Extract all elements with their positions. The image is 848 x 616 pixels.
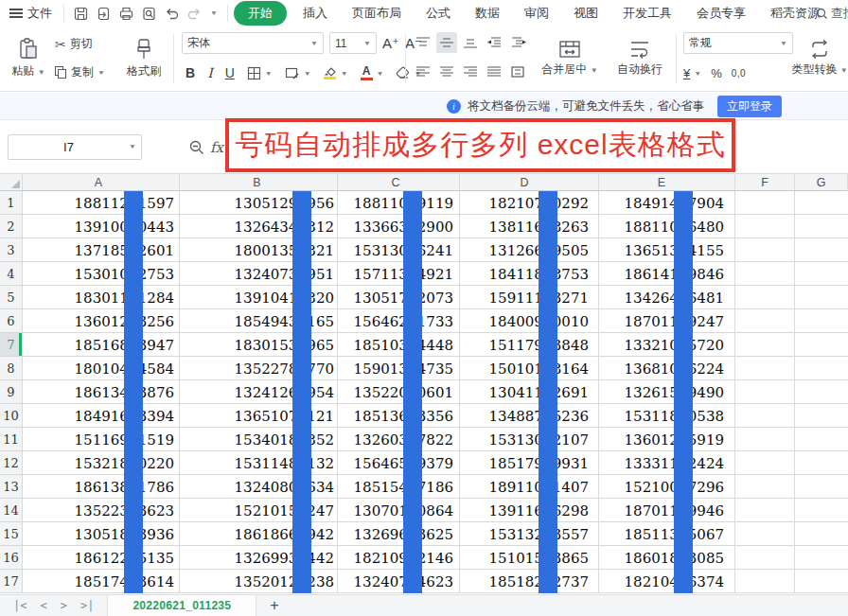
merge-center-button[interactable]: 合并居中 ▼ — [538, 32, 602, 85]
next-sheet-icon[interactable]: > — [61, 599, 67, 612]
percent-format-button[interactable]: % — [711, 66, 722, 80]
cell-D10[interactable]: 1348875236 — [460, 404, 599, 428]
row-header-6[interactable]: 6 — [0, 309, 23, 333]
cell-D14[interactable]: 1391166298 — [460, 499, 599, 522]
cell-B10[interactable]: 1365107121 — [180, 404, 338, 428]
cell-style-button[interactable]: ▼ — [285, 66, 311, 80]
row-header-16[interactable]: 16 — [0, 546, 23, 570]
cell-D11[interactable]: 1531302107 — [460, 428, 599, 451]
cell-C4[interactable]: 1571134921 — [338, 262, 460, 286]
cell-F9[interactable] — [735, 380, 795, 404]
cell-C8[interactable]: 1590134735 — [338, 357, 460, 380]
cell-E9[interactable]: 1326159490 — [599, 380, 735, 404]
cell-F12[interactable] — [735, 451, 795, 475]
cell-F4[interactable] — [735, 262, 795, 286]
cell-E7[interactable]: 1332105720 — [599, 333, 735, 357]
fill-color-button[interactable]: ▼ — [324, 66, 348, 79]
cell-E11[interactable]: 1360125919 — [599, 428, 735, 451]
cell-B15[interactable]: 1861866942 — [180, 522, 338, 546]
row-header-15[interactable]: 15 — [0, 522, 23, 546]
row-header-14[interactable]: 14 — [0, 499, 23, 522]
cell-A16[interactable]: 1861225135 — [23, 546, 180, 570]
cell-E14[interactable]: 1870119946 — [599, 499, 735, 522]
zoom-out-icon[interactable] — [189, 140, 204, 159]
column-header-E[interactable]: E — [599, 174, 735, 191]
cell-D7[interactable]: 1511793848 — [460, 333, 599, 357]
row-header-11[interactable]: 11 — [0, 428, 23, 451]
cell-B7[interactable]: 1830153965 — [180, 333, 338, 357]
cell-G9[interactable] — [795, 380, 848, 404]
cell-A9[interactable]: 1861343876 — [23, 380, 180, 404]
cell-C15[interactable]: 1326963625 — [338, 522, 460, 546]
cell-G1[interactable] — [795, 191, 848, 215]
currency-format-button[interactable]: ¥▼ — [683, 66, 701, 80]
cell-A10[interactable]: 1849163394 — [23, 404, 180, 428]
cell-D12[interactable]: 1851799931 — [460, 451, 599, 475]
cell-E4[interactable]: 1861419846 — [599, 262, 735, 286]
copy-button[interactable]: 复制 ▼ — [55, 64, 105, 80]
tab-view[interactable]: 视图 — [561, 2, 610, 25]
cell-E5[interactable]: 1342646481 — [599, 286, 735, 309]
borders-button[interactable]: ▼ — [247, 66, 273, 80]
quick-toolbar-dropdown-icon[interactable]: ▼ — [210, 9, 218, 16]
cell-G13[interactable] — [795, 475, 848, 499]
cell-B5[interactable]: 1391041820 — [180, 286, 338, 309]
cell-B2[interactable]: 1326434812 — [180, 215, 338, 238]
cell-C1[interactable]: 1881109119 — [338, 191, 460, 215]
distribute-icon[interactable] — [507, 62, 528, 82]
cell-G2[interactable] — [795, 215, 848, 238]
cell-D9[interactable]: 1304112691 — [460, 380, 599, 404]
cell-D4[interactable]: 1841188753 — [460, 262, 599, 286]
align-right-icon[interactable] — [460, 62, 481, 82]
add-sheet-button[interactable]: + — [256, 597, 292, 614]
cell-E1[interactable]: 1849147904 — [599, 191, 735, 215]
format-painter-button[interactable]: 格式刷 — [121, 32, 167, 85]
cell-C10[interactable]: 1851363356 — [338, 404, 460, 428]
cell-B12[interactable]: 1531148132 — [180, 451, 338, 475]
cell-F15[interactable] — [735, 522, 795, 546]
cell-F5[interactable] — [735, 286, 795, 309]
cell-E16[interactable]: 1860183085 — [599, 546, 735, 570]
italic-button[interactable]: I — [207, 65, 213, 80]
cell-A4[interactable]: 1530102753 — [23, 262, 180, 286]
cell-E15[interactable]: 1851135067 — [599, 522, 735, 546]
row-header-2[interactable]: 2 — [0, 215, 23, 238]
cell-A3[interactable]: 1371852601 — [23, 238, 180, 262]
tab-review[interactable]: 审阅 — [512, 2, 561, 25]
redo-icon[interactable] — [187, 8, 202, 20]
cell-C16[interactable]: 1821092146 — [338, 546, 460, 570]
cell-D3[interactable]: 1312669505 — [460, 238, 599, 262]
cell-G6[interactable] — [795, 309, 848, 333]
cell-C11[interactable]: 1326037822 — [338, 428, 460, 451]
tab-formulas[interactable]: 公式 — [414, 2, 463, 25]
row-header-8[interactable]: 8 — [0, 357, 23, 380]
comma-format-button[interactable]: 0,0 — [732, 68, 746, 79]
column-header-G[interactable]: G — [795, 174, 848, 191]
cell-E10[interactable]: 1531180538 — [599, 404, 735, 428]
cell-E3[interactable]: 1365134155 — [599, 238, 735, 262]
cell-D13[interactable]: 1891101407 — [460, 475, 599, 499]
cell-G3[interactable] — [795, 238, 848, 262]
cell-C9[interactable]: 1352200601 — [338, 380, 460, 404]
cell-G14[interactable] — [795, 499, 848, 522]
cell-B13[interactable]: 1324080634 — [180, 475, 338, 499]
fx-icon[interactable]: fx — [210, 139, 223, 156]
cell-D2[interactable]: 1381168263 — [460, 215, 599, 238]
cell-A12[interactable]: 1532180220 — [23, 451, 180, 475]
cell-C13[interactable]: 1851547186 — [338, 475, 460, 499]
font-name-select[interactable]: 宋体▼ — [182, 32, 324, 54]
name-box[interactable]: I7 ▼ — [8, 134, 142, 160]
tab-membership[interactable]: 会员专享 — [684, 2, 758, 25]
cell-A14[interactable]: 1352233623 — [23, 499, 180, 522]
align-center-icon[interactable] — [436, 62, 457, 82]
save-icon[interactable] — [74, 7, 88, 21]
column-header-D[interactable]: D — [460, 174, 599, 191]
cell-F17[interactable] — [735, 570, 795, 593]
tab-data[interactable]: 数据 — [463, 2, 512, 25]
cell-C12[interactable]: 1564659379 — [338, 451, 460, 475]
row-header-4[interactable]: 4 — [0, 262, 23, 286]
cell-B11[interactable]: 1534018852 — [180, 428, 338, 451]
cell-G12[interactable] — [795, 451, 848, 475]
cell-G11[interactable] — [795, 428, 848, 451]
justify-icon[interactable] — [484, 62, 504, 82]
